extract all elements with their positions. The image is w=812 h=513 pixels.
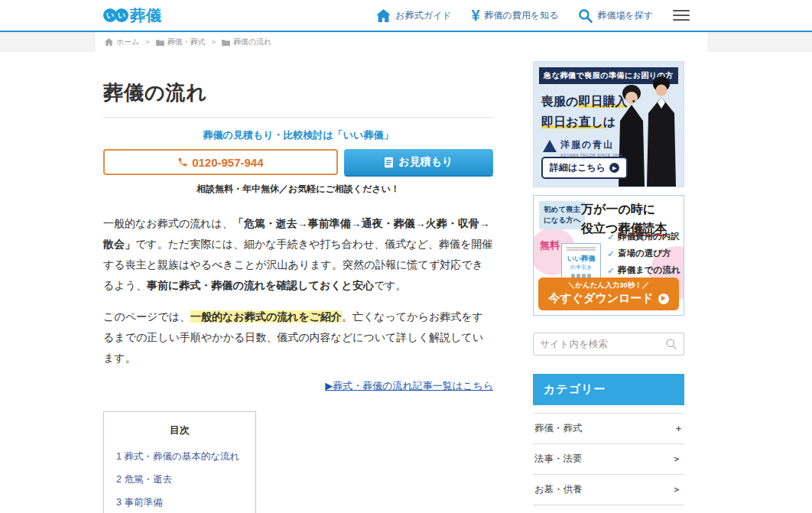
nav-label: 葬儀場を探す xyxy=(597,9,653,22)
yen-icon: ¥ xyxy=(471,8,479,23)
breadcrumb-separator: > xyxy=(212,38,216,46)
folder-icon xyxy=(222,39,230,46)
category-item-funeral[interactable]: 葬儀・葬式 + xyxy=(533,414,684,444)
cta-note: 相談無料・年中無休／お気軽にご相談ください！ xyxy=(103,183,493,196)
free-badge: 無料 xyxy=(540,239,560,252)
hamburger-menu-icon[interactable] xyxy=(673,8,690,22)
checklist-row: ✓ 斎場の選び方 xyxy=(607,248,680,259)
toc-num: 2 xyxy=(116,474,122,485)
phone-number: 0120-957-944 xyxy=(192,156,263,169)
chevron-right-icon: ＞ xyxy=(672,453,681,466)
check-icon: ✓ xyxy=(607,265,615,276)
arrow-icon: ▶ xyxy=(658,294,669,304)
chip-line: になる方へ xyxy=(544,216,580,224)
book-title: いい葬儀 xyxy=(564,254,599,264)
banner-detail-button[interactable]: 詳細はこちら ▶ xyxy=(541,157,628,179)
aoyama-brand: 洋服の青山 AOYAMA TAILOR SINCE 1964 xyxy=(543,138,684,157)
download-button[interactable]: ＼かんたん入力30秒！／ 今すぐダウンロード ▶ xyxy=(538,278,679,310)
text-segment: です。 xyxy=(374,279,407,291)
phone-call-button[interactable]: 0120-957-944 xyxy=(103,149,338,175)
cta-subtitle: 葬儀の見積もり・比較検討は「いい葬儀」 xyxy=(103,128,493,142)
category-item-memorial-service[interactable]: 法事・法要 ＞ xyxy=(533,444,684,475)
text-segment-underlined: 即日購入 xyxy=(578,95,627,108)
checklist-row: ✓ 葬儀までの流れ xyxy=(607,265,680,276)
checklist-label: 葬儀までの流れ xyxy=(618,265,680,276)
toc-item-2[interactable]: 2 危篤・逝去 xyxy=(116,468,243,491)
search-input[interactable] xyxy=(540,339,665,349)
folder-icon xyxy=(156,39,164,46)
toc-label: 危篤・逝去 xyxy=(124,474,172,485)
breadcrumb: ホーム > 葬儀・葬式 > 葬儀の流れ xyxy=(96,32,707,52)
estimate-button[interactable]: お見積もり xyxy=(344,149,493,175)
text-segment: ・ xyxy=(627,95,639,108)
breadcrumb-home[interactable]: ホーム xyxy=(105,37,139,47)
logo-text: 葬儀 xyxy=(130,5,162,26)
main-content: 葬儀の流れ 葬儀の見積もり・比較検討は「いい葬儀」 0120-957-944 お… xyxy=(103,52,493,513)
text-segment-highlighted: 一般的なお葬式の流れをご紹介 xyxy=(190,310,342,323)
toc-item-3[interactable]: 3 事前準備 xyxy=(116,491,243,513)
toc-label: 事前準備 xyxy=(124,497,162,508)
category-item-grave[interactable]: お墓・供養 ＞ xyxy=(533,475,684,505)
search-icon[interactable] xyxy=(665,338,677,350)
checklist-row: ✓ 葬儀費用の内訳 xyxy=(607,231,680,242)
breadcrumb-separator: > xyxy=(145,38,149,46)
search-icon xyxy=(578,8,593,23)
sidebar: 急な葬儀で喪服の準備にお困りの方 喪服の即日購入・ 即日お直しは 洋服の青山 A… xyxy=(533,61,684,513)
site-search-box xyxy=(533,333,684,356)
ad-banner-funeral-guidebook[interactable]: 初めて喪主 になる方へ 万が一の時に 役立つ葬儀読本 無料 いい葬儀 の手引き … xyxy=(533,195,684,316)
brand-name: 洋服の青山 xyxy=(560,138,622,151)
text-segment: は xyxy=(603,115,615,128)
home-icon xyxy=(105,38,113,46)
category-list: 葬儀・葬式 + 法事・法要 ＞ お墓・供養 ＞ 仏壇・仏具 ＞ 終活・相続 ＞ xyxy=(533,413,684,513)
phone-icon xyxy=(177,157,188,167)
book-subtitle: の手引き xyxy=(564,264,599,271)
article-link-row: ▶葬式・葬儀の流れ記事一覧はこちら xyxy=(103,378,493,393)
banner-chip: 初めて喪主 になる方へ xyxy=(539,201,585,229)
ad-banner-mourning-wear[interactable]: 急な葬儀で喪服の準備にお困りの方 喪服の即日購入・ 即日お直しは 洋服の青山 A… xyxy=(533,61,684,187)
breadcrumb-current: 葬儀の流れ xyxy=(222,37,271,47)
arrow-icon: ▶ xyxy=(609,163,619,173)
breadcrumb-funeral[interactable]: 葬儀・葬式 xyxy=(156,37,206,47)
intro-paragraph-2: このページでは、一般的なお葬式の流れをご紹介。亡くなってからお葬式をするまでの正… xyxy=(103,307,493,369)
site-logo[interactable]: い い 葬儀 xyxy=(103,5,162,26)
plus-icon: + xyxy=(676,424,681,434)
article-list-link[interactable]: ▶葬式・葬儀の流れ記事一覧はこちら xyxy=(325,380,493,391)
banner-headline: 喪服の即日購入・ 即日お直しは xyxy=(534,84,684,132)
toc-label: 葬式・葬儀の基本的な流れ xyxy=(124,451,239,462)
table-of-contents: 目次 1 葬式・葬儀の基本的な流れ 2 危篤・逝去 3 事前準備 4 通夜・葬儀… xyxy=(103,411,256,513)
category-label: お墓・供養 xyxy=(534,483,583,496)
category-header: カテゴリー xyxy=(533,374,684,405)
chip-line: 初めて喪主 xyxy=(544,205,580,213)
text-segment-bold: 事前に葬式・葬儀の流れを確認しておくと安心 xyxy=(147,279,374,291)
nav-item-funeral-guide[interactable]: お葬式ガイド xyxy=(376,9,451,22)
check-icon: ✓ xyxy=(607,248,615,259)
home-icon xyxy=(376,9,391,22)
category-label: 葬儀・葬式 xyxy=(534,422,583,435)
toc-num: 3 xyxy=(116,497,122,508)
toc-title: 目次 xyxy=(116,424,243,437)
nav-item-funeral-cost[interactable]: ¥ 葬儀の費用を知る xyxy=(471,8,558,23)
category-item-altar[interactable]: 仏壇・仏具 ＞ xyxy=(533,505,684,513)
text-segment: 喪服の xyxy=(541,95,578,108)
estimate-label: お見積もり xyxy=(398,155,453,169)
document-icon xyxy=(384,157,394,168)
breadcrumb-label: 葬儀・葬式 xyxy=(167,37,206,47)
logo-circle: い xyxy=(115,8,128,22)
text-segment: 万が一の時に xyxy=(581,203,655,216)
toc-list: 1 葬式・葬儀の基本的な流れ 2 危篤・逝去 3 事前準備 4 通夜・葬儀 5 … xyxy=(116,445,243,513)
button-small-text: ＼かんたん入力30秒！／ xyxy=(538,281,679,291)
nav-label: 葬儀の費用を知る xyxy=(485,9,559,22)
button-label: 詳細はこちら xyxy=(550,161,606,174)
cta-buttons: 0120-957-944 お見積もり xyxy=(103,149,493,175)
category-label: 法事・法要 xyxy=(534,453,583,466)
aoyama-logo-icon xyxy=(543,140,557,152)
breadcrumb-label: 葬儀の流れ xyxy=(233,37,271,47)
page-body: 葬儀の流れ 葬儀の見積もり・比較検討は「いい葬儀」 0120-957-944 お… xyxy=(0,52,812,513)
nav-item-find-funeral-hall[interactable]: 葬儀場を探す xyxy=(578,8,653,23)
check-icon: ✓ xyxy=(607,232,615,242)
breadcrumb-label: ホーム xyxy=(116,37,139,47)
toc-item-1[interactable]: 1 葬式・葬儀の基本的な流れ xyxy=(116,445,243,468)
intro-paragraph-1: 一般的なお葬式の流れは、「危篤・逝去→事前準備→通夜・葬儀→火葬・収骨→散会」で… xyxy=(103,213,493,296)
page-title: 葬儀の流れ xyxy=(103,80,493,118)
toc-num: 1 xyxy=(116,451,122,462)
